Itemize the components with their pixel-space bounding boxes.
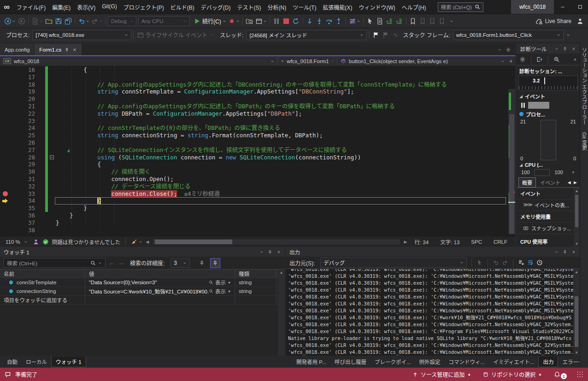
fold-margin[interactable]	[48, 124, 56, 132]
breakpoint-margin[interactable]	[0, 88, 10, 95]
document-list-dropdown-icon[interactable]	[498, 48, 501, 52]
navigate-forward-button[interactable]	[17, 16, 26, 27]
hscroll-left-arrow[interactable]: ◀	[146, 240, 149, 244]
output-content[interactable]: 'wfcs_0018.exe' (CLR v4.0.30319: wfcs_00…	[286, 269, 580, 356]
step-out-button[interactable]	[334, 16, 344, 27]
undo-button[interactable]	[77, 16, 90, 27]
next-bookmark-button[interactable]	[428, 16, 437, 27]
breakpoint-margin[interactable]	[0, 190, 10, 198]
close-icon[interactable]	[571, 250, 576, 254]
search-next-arrow[interactable]: →	[118, 259, 124, 266]
code-cleanup-button[interactable]	[131, 239, 142, 245]
cpu-section-header[interactable]: ◢CPU (...	[517, 161, 580, 169]
fold-margin[interactable]	[48, 74, 56, 81]
code-line[interactable]: 36 }	[0, 212, 515, 219]
fold-margin[interactable]	[48, 81, 56, 88]
breakpoint-icon[interactable]	[3, 191, 8, 196]
breakpoint-margin[interactable]	[0, 139, 10, 147]
menu-item-11[interactable]: ウィンドウ(W)	[356, 1, 399, 13]
no-issues-check-icon[interactable]	[42, 239, 49, 245]
breakpoint-margin[interactable]	[0, 74, 10, 81]
minimize-button[interactable]	[554, 0, 571, 14]
tabstrip-settings-icon[interactable]	[506, 47, 511, 53]
process-combo[interactable]: [740] wfcs_0018.exe	[32, 30, 131, 40]
diagnostics-timeline[interactable]: 3.2	[518, 76, 578, 91]
vertical-tab[interactable]: Git 変更	[581, 127, 588, 152]
code-line[interactable]: 32 // データベース接続を閉じる	[0, 183, 515, 190]
vertical-tab[interactable]: ソリューション エクスプローラー	[581, 42, 588, 127]
show-diagnostics-button[interactable]	[375, 16, 385, 27]
resize-grip[interactable]	[577, 371, 583, 378]
timestamp-icon[interactable]	[536, 259, 543, 266]
output-source-combo[interactable]: デバッグ	[320, 258, 467, 268]
diagnostics-scrollbar[interactable]: ▲▼	[574, 188, 580, 247]
show-events-link[interactable]: ≫≫イベントの表...	[517, 199, 580, 211]
menu-item-4[interactable]: プロジェクト(P)	[120, 1, 167, 13]
breakpoint-margin[interactable]	[0, 124, 10, 132]
search-prev-arrow[interactable]: ←	[109, 259, 115, 266]
text-visualizer-icon[interactable]	[210, 258, 220, 268]
preview-window-button[interactable]	[254, 16, 268, 27]
scroll-up-arrow[interactable]: ▲	[573, 57, 577, 61]
code-line[interactable]: 28− using (SQLiteConnection connection =…	[0, 154, 515, 161]
output-scrollbar[interactable]: ▲▼	[573, 269, 580, 356]
menu-item-1[interactable]: 編集(E)	[49, 1, 74, 13]
breakpoint-margin[interactable]	[0, 132, 10, 139]
code-line[interactable]: 29 {	[0, 161, 515, 168]
fold-margin[interactable]: −	[48, 154, 56, 161]
fold-margin[interactable]	[48, 168, 56, 176]
fold-margin[interactable]	[48, 103, 56, 110]
word-wrap-icon[interactable]	[527, 259, 534, 266]
breakpoint-margin[interactable]	[0, 161, 10, 168]
code-line[interactable]: 35 }	[0, 205, 515, 212]
take-snapshot-link[interactable]: スナップショッ...	[517, 223, 580, 234]
zoom-in-icon[interactable]	[553, 56, 560, 63]
code-health-icon[interactable]	[33, 239, 39, 245]
panel-tab[interactable]: 自動	[3, 357, 22, 367]
feedback-button[interactable]	[575, 16, 585, 27]
code-editor[interactable]: 16 {1718 // App.configのappSettingsタグ内に記述…	[0, 66, 515, 234]
code-line[interactable]: 17	[0, 74, 515, 81]
pin-icon[interactable]	[563, 250, 567, 254]
breakpoint-margin[interactable]	[0, 183, 10, 190]
fold-margin[interactable]	[48, 110, 56, 117]
column-value[interactable]: 値	[85, 270, 235, 278]
close-icon[interactable]	[72, 47, 77, 52]
breakpoint-margin[interactable]	[0, 103, 10, 110]
code-line[interactable]: 24 // connStrTemplateの{0}の部分を、「DBPath」の値…	[0, 124, 515, 132]
watch-add-row[interactable]: 項目をウォッチに追加する	[0, 296, 285, 305]
panel-tab[interactable]: 例外設定	[415, 357, 445, 367]
fold-margin[interactable]	[48, 147, 56, 154]
column-name[interactable]: 名前	[0, 270, 85, 278]
menu-item-9[interactable]: ツール(T)	[289, 1, 319, 13]
events-section-header[interactable]: ◢イベント	[517, 92, 580, 101]
panel-tab[interactable]: ローカル	[22, 357, 51, 367]
fold-margin[interactable]	[48, 197, 56, 205]
format-document-button[interactable]	[385, 16, 394, 27]
show-threads-button[interactable]	[348, 16, 361, 27]
watch-value-cell[interactable]: "Data Source={0};Version=3"表示▼	[85, 278, 235, 287]
breakpoint-margin[interactable]	[0, 205, 10, 212]
breakpoint-margin[interactable]	[0, 110, 10, 117]
fold-margin[interactable]	[48, 161, 56, 168]
breakpoint-margin[interactable]	[0, 154, 10, 161]
maximize-button[interactable]	[571, 0, 588, 14]
step-into-button[interactable]	[315, 16, 324, 27]
panel-tab[interactable]: ウォッチ 1	[51, 357, 86, 367]
window-position-dropdown-icon[interactable]	[260, 250, 264, 254]
open-file-button[interactable]	[44, 16, 53, 27]
code-line[interactable]: 26	[0, 139, 515, 147]
pin-icon[interactable]	[268, 250, 272, 254]
breakpoint-margin[interactable]	[0, 95, 10, 103]
panel-tab[interactable]: ブレークポイ...	[370, 357, 415, 367]
close-icon[interactable]	[276, 250, 281, 254]
lifecycle-events-dropdown[interactable]	[207, 29, 217, 41]
split-editor-icon[interactable]: ⫞	[509, 58, 512, 64]
breakpoint-margin[interactable]	[0, 168, 10, 176]
fold-margin[interactable]	[48, 212, 56, 219]
panel-tab[interactable]: コマンドウィ...	[445, 357, 489, 367]
solution-configuration-combo[interactable]: Debug	[108, 16, 136, 26]
menu-item-8[interactable]: 分析(N)	[265, 1, 290, 13]
menu-item-7[interactable]: テスト(S)	[234, 1, 265, 13]
watch-row[interactable]: connStrTemplate"Data Source={0};Version=…	[0, 278, 285, 287]
